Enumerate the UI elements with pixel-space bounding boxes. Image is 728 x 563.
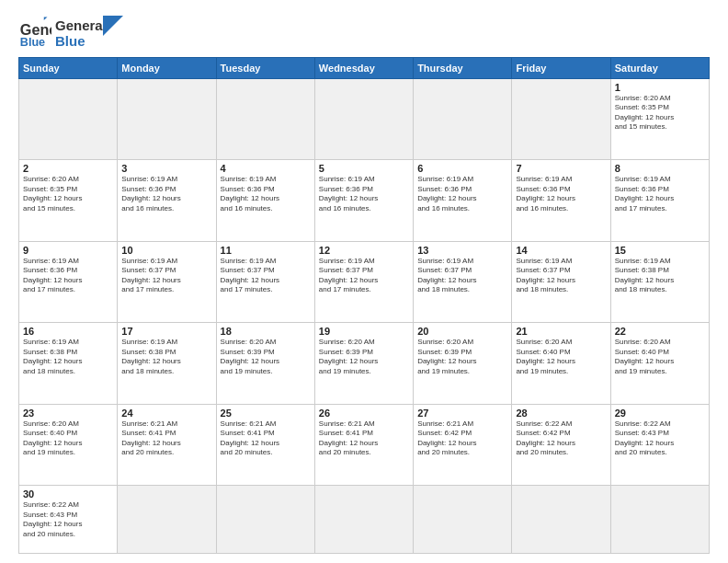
day-number: 11 — [221, 245, 311, 256]
calendar-day-cell: 5Sunrise: 6:19 AMSunset: 6:36 PMDaylight… — [314, 160, 413, 241]
day-info: Sunrise: 6:20 AMSunset: 6:40 PMDaylight:… — [615, 338, 705, 376]
weekday-header-sunday: Sunday — [19, 58, 118, 79]
day-info: Sunrise: 6:21 AMSunset: 6:41 PMDaylight:… — [121, 419, 211, 458]
weekday-header-thursday: Thursday — [414, 58, 512, 79]
day-number: 26 — [319, 408, 409, 419]
day-info: Sunrise: 6:19 AMSunset: 6:38 PMDaylight:… — [121, 338, 211, 376]
calendar-week-row: 30Sunrise: 6:22 AMSunset: 6:43 PMDayligh… — [19, 486, 710, 554]
day-info: Sunrise: 6:19 AMSunset: 6:37 PMDaylight:… — [121, 257, 211, 295]
calendar-day-cell: 1Sunrise: 6:20 AMSunset: 6:35 PMDaylight… — [610, 79, 709, 160]
day-number: 4 — [221, 163, 311, 174]
weekday-header-tuesday: Tuesday — [216, 58, 314, 79]
day-number: 15 — [615, 245, 705, 256]
day-number: 16 — [23, 326, 113, 337]
day-info: Sunrise: 6:20 AMSunset: 6:39 PMDaylight:… — [417, 338, 507, 376]
calendar-day-cell: 24Sunrise: 6:21 AMSunset: 6:41 PMDayligh… — [118, 404, 216, 485]
day-number: 3 — [121, 163, 211, 174]
calendar-day-cell: 27Sunrise: 6:21 AMSunset: 6:42 PMDayligh… — [414, 404, 512, 485]
calendar-week-row: 23Sunrise: 6:20 AMSunset: 6:40 PMDayligh… — [19, 404, 710, 485]
day-number: 18 — [221, 326, 311, 337]
weekday-header-monday: Monday — [118, 58, 216, 79]
day-number: 23 — [23, 408, 113, 419]
calendar-day-cell — [216, 79, 314, 160]
day-info: Sunrise: 6:19 AMSunset: 6:37 PMDaylight:… — [319, 257, 409, 295]
calendar-day-cell: 21Sunrise: 6:20 AMSunset: 6:40 PMDayligh… — [512, 323, 610, 404]
calendar-day-cell — [216, 486, 314, 554]
page: General Blue General Blue SundayMondayTu… — [0, 0, 728, 563]
day-number: 6 — [417, 163, 507, 174]
header: General Blue General Blue — [18, 17, 710, 50]
calendar-day-cell — [414, 486, 512, 554]
svg-marker-2 — [44, 17, 48, 21]
calendar-day-cell: 4Sunrise: 6:19 AMSunset: 6:36 PMDaylight… — [216, 160, 314, 241]
calendar-day-cell: 20Sunrise: 6:20 AMSunset: 6:39 PMDayligh… — [414, 323, 512, 404]
calendar-day-cell: 26Sunrise: 6:21 AMSunset: 6:41 PMDayligh… — [314, 404, 413, 485]
calendar-week-row: 9Sunrise: 6:19 AMSunset: 6:36 PMDaylight… — [19, 241, 710, 322]
day-number: 10 — [121, 245, 211, 256]
calendar-header-row: SundayMondayTuesdayWednesdayThursdayFrid… — [19, 58, 710, 79]
day-number: 2 — [23, 163, 113, 174]
weekday-header-friday: Friday — [512, 58, 610, 79]
day-info: Sunrise: 6:19 AMSunset: 6:36 PMDaylight:… — [417, 175, 507, 213]
calendar-day-cell — [118, 79, 216, 160]
day-info: Sunrise: 6:20 AMSunset: 6:35 PMDaylight:… — [23, 175, 113, 213]
calendar-day-cell — [512, 79, 610, 160]
weekday-header-wednesday: Wednesday — [314, 58, 413, 79]
logo-blue-text: Blue — [55, 33, 107, 49]
day-number: 25 — [221, 408, 311, 419]
day-number: 29 — [615, 408, 705, 419]
day-number: 27 — [417, 408, 507, 419]
day-info: Sunrise: 6:20 AMSunset: 6:35 PMDaylight:… — [615, 94, 705, 132]
day-number: 12 — [319, 245, 409, 256]
calendar-day-cell — [414, 79, 512, 160]
day-info: Sunrise: 6:21 AMSunset: 6:42 PMDaylight:… — [417, 419, 507, 458]
day-info: Sunrise: 6:22 AMSunset: 6:43 PMDaylight:… — [23, 500, 113, 539]
calendar-day-cell: 28Sunrise: 6:22 AMSunset: 6:42 PMDayligh… — [512, 404, 610, 485]
svg-text:General: General — [20, 21, 51, 38]
day-info: Sunrise: 6:19 AMSunset: 6:36 PMDaylight:… — [516, 175, 606, 213]
day-info: Sunrise: 6:20 AMSunset: 6:39 PMDaylight:… — [221, 338, 311, 376]
day-info: Sunrise: 6:21 AMSunset: 6:41 PMDaylight:… — [221, 419, 311, 458]
logo-general-text: General — [55, 17, 107, 33]
calendar-day-cell: 18Sunrise: 6:20 AMSunset: 6:39 PMDayligh… — [216, 323, 314, 404]
day-number: 8 — [615, 163, 705, 174]
day-number: 1 — [615, 82, 705, 93]
day-info: Sunrise: 6:19 AMSunset: 6:36 PMDaylight:… — [23, 257, 113, 295]
day-info: Sunrise: 6:19 AMSunset: 6:38 PMDaylight:… — [615, 257, 705, 295]
day-number: 5 — [319, 163, 409, 174]
day-info: Sunrise: 6:19 AMSunset: 6:37 PMDaylight:… — [221, 257, 311, 295]
calendar-week-row: 2Sunrise: 6:20 AMSunset: 6:35 PMDaylight… — [19, 160, 710, 241]
calendar-day-cell: 13Sunrise: 6:19 AMSunset: 6:37 PMDayligh… — [414, 241, 512, 322]
day-number: 24 — [121, 408, 211, 419]
day-number: 7 — [516, 163, 606, 174]
calendar-week-row: 1Sunrise: 6:20 AMSunset: 6:35 PMDaylight… — [19, 79, 710, 160]
day-info: Sunrise: 6:22 AMSunset: 6:42 PMDaylight:… — [516, 419, 606, 458]
calendar-day-cell: 23Sunrise: 6:20 AMSunset: 6:40 PMDayligh… — [19, 404, 118, 485]
calendar-day-cell: 6Sunrise: 6:19 AMSunset: 6:36 PMDaylight… — [414, 160, 512, 241]
calendar-day-cell: 9Sunrise: 6:19 AMSunset: 6:36 PMDaylight… — [19, 241, 118, 322]
calendar-day-cell: 16Sunrise: 6:19 AMSunset: 6:38 PMDayligh… — [19, 323, 118, 404]
day-number: 19 — [319, 326, 409, 337]
calendar-day-cell: 10Sunrise: 6:19 AMSunset: 6:37 PMDayligh… — [118, 241, 216, 322]
calendar-day-cell: 22Sunrise: 6:20 AMSunset: 6:40 PMDayligh… — [610, 323, 709, 404]
day-info: Sunrise: 6:20 AMSunset: 6:40 PMDaylight:… — [516, 338, 606, 376]
calendar-day-cell: 25Sunrise: 6:21 AMSunset: 6:41 PMDayligh… — [216, 404, 314, 485]
day-info: Sunrise: 6:19 AMSunset: 6:36 PMDaylight:… — [121, 175, 211, 213]
calendar-day-cell — [512, 486, 610, 554]
calendar-day-cell: 29Sunrise: 6:22 AMSunset: 6:43 PMDayligh… — [610, 404, 709, 485]
day-number: 13 — [417, 245, 507, 256]
calendar-day-cell — [118, 486, 216, 554]
day-number: 22 — [615, 326, 705, 337]
day-info: Sunrise: 6:19 AMSunset: 6:38 PMDaylight:… — [23, 338, 113, 376]
calendar-day-cell: 30Sunrise: 6:22 AMSunset: 6:43 PMDayligh… — [19, 486, 118, 554]
day-info: Sunrise: 6:19 AMSunset: 6:36 PMDaylight:… — [221, 175, 311, 213]
calendar-day-cell: 12Sunrise: 6:19 AMSunset: 6:37 PMDayligh… — [314, 241, 413, 322]
calendar-day-cell: 8Sunrise: 6:19 AMSunset: 6:36 PMDaylight… — [610, 160, 709, 241]
weekday-header-saturday: Saturday — [610, 58, 709, 79]
svg-text:Blue: Blue — [20, 36, 45, 49]
svg-marker-3 — [103, 16, 123, 36]
day-info: Sunrise: 6:21 AMSunset: 6:41 PMDaylight:… — [319, 419, 409, 458]
day-info: Sunrise: 6:22 AMSunset: 6:43 PMDaylight:… — [615, 419, 705, 458]
calendar-day-cell: 11Sunrise: 6:19 AMSunset: 6:37 PMDayligh… — [216, 241, 314, 322]
day-number: 20 — [417, 326, 507, 337]
